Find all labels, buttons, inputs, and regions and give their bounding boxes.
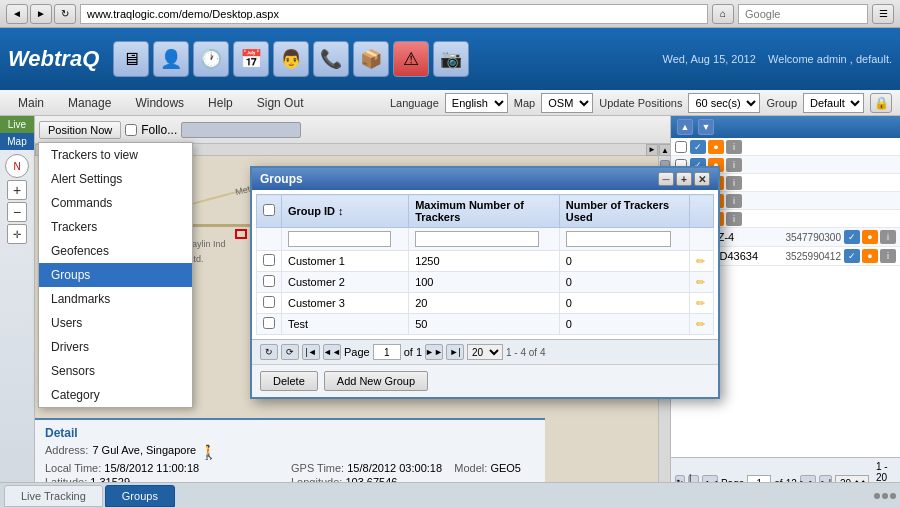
- home-btn[interactable]: ⌂: [712, 4, 734, 24]
- update-select[interactable]: 60 sec(s): [688, 93, 760, 113]
- tab-groups[interactable]: Groups: [105, 485, 175, 507]
- dialog-refresh-btn[interactable]: ↻: [260, 344, 278, 360]
- menu-manage[interactable]: Manage: [58, 94, 121, 112]
- menu-geofences[interactable]: Geofences: [39, 239, 192, 263]
- tracker-info-icon5[interactable]: i: [726, 212, 742, 226]
- header-icon-user2[interactable]: 👨: [273, 41, 309, 77]
- follow-checkbox[interactable]: [125, 124, 137, 136]
- menu-alert-settings[interactable]: Alert Settings: [39, 167, 192, 191]
- menu-users[interactable]: Users: [39, 311, 192, 335]
- bottom-dot-2[interactable]: [882, 493, 888, 499]
- dialog-first-btn[interactable]: |◄: [302, 344, 320, 360]
- table-row[interactable]: Customer 3 20 0 ✏: [257, 293, 714, 314]
- tracker-info-icon4[interactable]: i: [726, 194, 742, 208]
- map-button[interactable]: Map: [0, 133, 34, 150]
- forward-btn[interactable]: ►: [30, 4, 52, 24]
- header-icon-package[interactable]: 📦: [353, 41, 389, 77]
- header-icon-monitor[interactable]: 🖥: [113, 41, 149, 77]
- table-row[interactable]: Customer 2 100 0 ✏: [257, 272, 714, 293]
- tracker-vis-btn-xyz4[interactable]: ✓: [844, 230, 860, 244]
- menu-signout[interactable]: Sign Out: [247, 94, 314, 112]
- dialog-page-input[interactable]: [373, 344, 401, 360]
- menu-commands[interactable]: Commands: [39, 191, 192, 215]
- zoom-in-btn[interactable]: +: [7, 180, 27, 200]
- tracker-dot-icon[interactable]: ●: [708, 140, 724, 154]
- edit-icon[interactable]: ✏: [696, 255, 705, 267]
- delete-button[interactable]: Delete: [260, 371, 318, 391]
- tracker-dot-btn-dgd[interactable]: ●: [862, 249, 878, 263]
- filter-max-input[interactable]: [415, 231, 539, 247]
- menu-btn[interactable]: ☰: [872, 4, 894, 24]
- dialog-prev-btn[interactable]: ◄◄: [323, 344, 341, 360]
- scroll-up-arrow[interactable]: ▲: [659, 144, 670, 156]
- zoom-out-btn[interactable]: −: [7, 202, 27, 222]
- edit-icon[interactable]: ✏: [696, 318, 705, 330]
- tracker-info-btn-xyz4[interactable]: i: [880, 230, 896, 244]
- address-label: Address:: [45, 444, 88, 460]
- language-select[interactable]: English: [445, 93, 508, 113]
- tracker-info-icon[interactable]: i: [726, 140, 742, 154]
- tlist-scroll-down[interactable]: ▼: [698, 119, 714, 135]
- menu-drivers[interactable]: Drivers: [39, 335, 192, 359]
- tracker-vis-btn-dgd[interactable]: ✓: [844, 249, 860, 263]
- bottom-dot-1[interactable]: [874, 493, 880, 499]
- compass-icon[interactable]: N: [5, 154, 29, 178]
- dialog-last-btn[interactable]: ►|: [446, 344, 464, 360]
- header-icon-clock[interactable]: 🕐: [193, 41, 229, 77]
- dialog-minimize-btn[interactable]: ─: [658, 172, 674, 186]
- tab-live-tracking[interactable]: Live Tracking: [4, 485, 103, 507]
- filter-group-id-input[interactable]: [288, 231, 391, 247]
- table-row[interactable]: Test 50 0 ✏: [257, 314, 714, 335]
- tracker-vis-icon[interactable]: ✓: [690, 140, 706, 154]
- scroll-right-arrow[interactable]: ►: [646, 144, 658, 156]
- tracker-dot-btn-xyz4[interactable]: ●: [862, 230, 878, 244]
- dialog-maximize-btn[interactable]: +: [676, 172, 692, 186]
- table-row[interactable]: Customer 1 1250 0 ✏: [257, 251, 714, 272]
- menu-help[interactable]: Help: [198, 94, 243, 112]
- map-select[interactable]: OSM: [541, 93, 593, 113]
- row-checkbox[interactable]: [263, 296, 275, 308]
- bottom-dot-3[interactable]: [890, 493, 896, 499]
- move-btn[interactable]: ✛: [7, 224, 27, 244]
- header-icon-person[interactable]: 👤: [153, 41, 189, 77]
- menu-trackers-to-view[interactable]: Trackers to view: [39, 143, 192, 167]
- dialog-close-btn[interactable]: ✕: [694, 172, 710, 186]
- refresh-btn[interactable]: ↻: [54, 4, 76, 24]
- slider[interactable]: [181, 122, 301, 138]
- row-checkbox[interactable]: [263, 317, 275, 329]
- menu-sensors[interactable]: Sensors: [39, 359, 192, 383]
- live-button[interactable]: Live: [0, 116, 34, 133]
- row-checkbox[interactable]: [263, 275, 275, 287]
- browser-search[interactable]: [738, 4, 868, 24]
- menu-windows[interactable]: Windows: [125, 94, 194, 112]
- menu-trackers[interactable]: Trackers: [39, 215, 192, 239]
- select-all-checkbox[interactable]: [263, 204, 275, 216]
- dialog-sync-btn[interactable]: ⟳: [281, 344, 299, 360]
- add-new-group-button[interactable]: Add New Group: [324, 371, 428, 391]
- group-select[interactable]: Default: [803, 93, 864, 113]
- filter-used-input[interactable]: [566, 231, 671, 247]
- back-btn[interactable]: ◄: [6, 4, 28, 24]
- edit-icon[interactable]: ✏: [696, 276, 705, 288]
- header-icon-camera[interactable]: 📷: [433, 41, 469, 77]
- header-icon-alert[interactable]: ⚠: [393, 41, 429, 77]
- tracker-info-btn-dgd[interactable]: i: [880, 249, 896, 263]
- tracker-info-icon2[interactable]: i: [726, 158, 742, 172]
- header-icons: 🖥 👤 🕐 📅 👨 📞 📦 ⚠ 📷: [113, 41, 469, 77]
- row-checkbox[interactable]: [263, 254, 275, 266]
- edit-icon[interactable]: ✏: [696, 297, 705, 309]
- menu-groups[interactable]: Groups: [39, 263, 192, 287]
- dialog-per-page-select[interactable]: 20: [467, 344, 503, 360]
- header-icon-phone[interactable]: 📞: [313, 41, 349, 77]
- tlist-scroll-arrow[interactable]: ▲: [677, 119, 693, 135]
- tracker-check[interactable]: [675, 141, 687, 153]
- position-now-btn[interactable]: Position Now: [39, 121, 121, 139]
- tracker-info-icon3[interactable]: i: [726, 176, 742, 190]
- dialog-next-btn[interactable]: ►►: [425, 344, 443, 360]
- menu-landmarks[interactable]: Landmarks: [39, 287, 192, 311]
- tracker-row-blank1[interactable]: ✓ ● i: [671, 138, 900, 156]
- menu-category[interactable]: Category: [39, 383, 192, 407]
- menu-main[interactable]: Main: [8, 94, 54, 112]
- address-bar[interactable]: www.traqlogic.com/demo/Desktop.aspx: [80, 4, 708, 24]
- header-icon-calendar[interactable]: 📅: [233, 41, 269, 77]
